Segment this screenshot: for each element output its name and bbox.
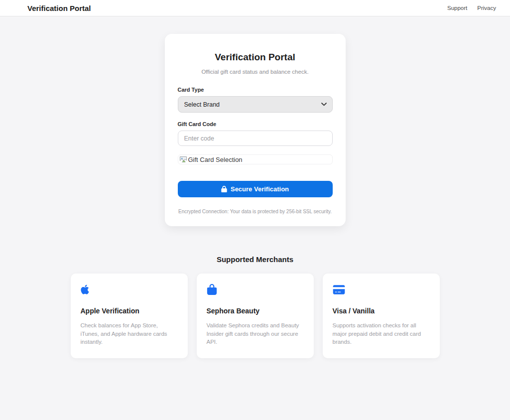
merchant-card-title: Sephora Beauty <box>207 307 304 315</box>
ssl-security-note: Encrypted Connection: Your data is prote… <box>178 209 333 214</box>
card-title: Verification Portal <box>178 52 333 63</box>
card-type-label: Card Type <box>178 87 333 93</box>
nav-link-privacy[interactable]: Privacy <box>477 5 496 11</box>
merchant-card-visa: Visa / Vanilla Supports activation check… <box>323 274 440 358</box>
secure-verification-label: Secure Verification <box>231 185 289 193</box>
verification-card: Verification Portal Official gift card s… <box>165 34 346 226</box>
card-type-select[interactable]: Select Brand <box>178 96 333 113</box>
top-nav: Verification Portal Support Privacy <box>0 0 510 16</box>
merchant-card-apple: Apple Verification Check balances for Ap… <box>71 274 188 358</box>
merchant-card-description: Supports activation checks for all major… <box>333 321 430 346</box>
card-type-select-wrap: Select Brand <box>178 96 333 113</box>
merchant-card-description: Validate Sephora credits and Beauty Insi… <box>207 321 304 346</box>
gift-card-code-input[interactable] <box>178 131 333 146</box>
merchant-card-title: Visa / Vanilla <box>333 307 430 315</box>
credit-card-icon <box>333 284 430 295</box>
apple-icon <box>81 284 178 295</box>
gift-card-code-label: Gift Card Code <box>178 121 333 127</box>
broken-image-alt-text: Gift Card Selection <box>188 156 243 163</box>
merchant-card-description: Check balances for App Store, iTunes, an… <box>81 321 178 346</box>
lock-icon <box>221 186 227 192</box>
card-subtitle: Official gift card status and balance ch… <box>178 69 333 75</box>
brand-title: Verification Portal <box>27 4 91 12</box>
merchant-card-title: Apple Verification <box>81 307 178 315</box>
broken-image-icon <box>179 156 187 163</box>
nav-links: Support Privacy <box>447 5 496 11</box>
main-content: Verification Portal Official gift card s… <box>0 34 510 420</box>
gift-card-image-broken: Gift Card Selection <box>178 154 333 164</box>
merchant-card-sephora: Sephora Beauty Validate Sephora credits … <box>197 274 314 358</box>
shopping-bag-icon <box>207 284 304 295</box>
secure-verification-button[interactable]: Secure Verification <box>178 181 333 197</box>
supported-merchants-heading: Supported Merchants <box>0 255 510 264</box>
merchant-cards-row: Apple Verification Check balances for Ap… <box>0 274 510 420</box>
nav-link-support[interactable]: Support <box>447 5 467 11</box>
